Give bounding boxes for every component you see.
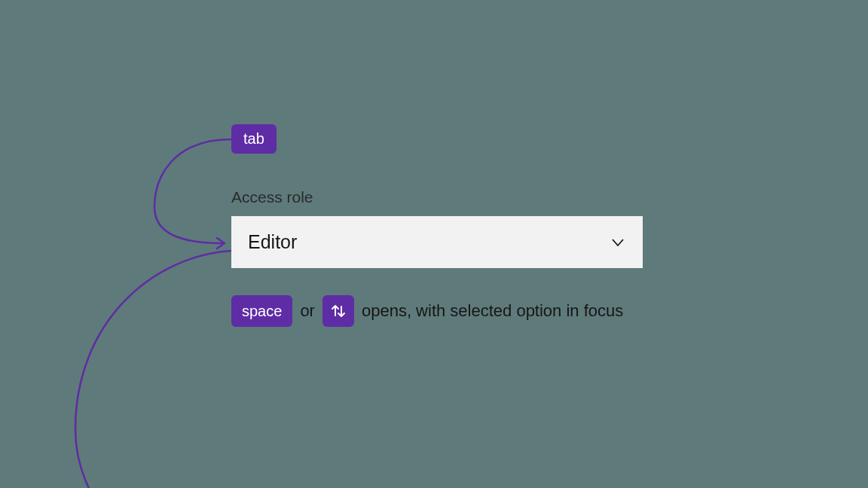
dropdown-selected-value: Editor (248, 231, 297, 253)
keyboard-hint-row: space or opens, with selected option in … (231, 295, 623, 327)
space-key-label: space (242, 303, 282, 320)
lower-arrow-curve (53, 241, 249, 488)
tab-key-label: tab (243, 130, 264, 147)
arrow-keys-badge (322, 295, 354, 327)
hint-text: opens, with selected option in focus (362, 301, 623, 321)
or-text: or (300, 301, 315, 321)
chevron-down-icon (610, 234, 626, 251)
access-role-dropdown[interactable]: Editor (231, 216, 643, 268)
tab-key-badge: tab (231, 124, 277, 154)
space-key-badge: space (231, 295, 292, 327)
field-label: Access role (231, 188, 313, 206)
up-down-arrows-icon (330, 302, 347, 320)
